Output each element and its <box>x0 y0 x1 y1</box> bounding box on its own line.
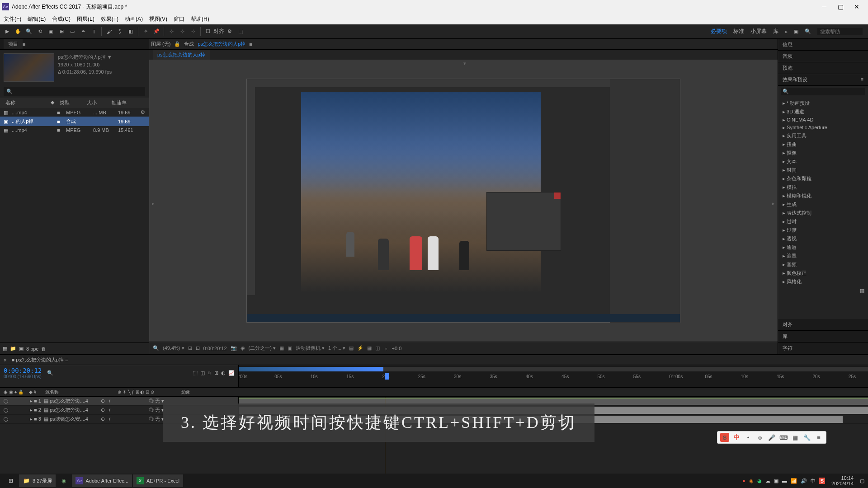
project-search[interactable]: 🔍 <box>4 87 145 96</box>
composition-viewer[interactable]: ▸ ▸ ▾ <box>149 60 778 342</box>
tray-clock[interactable]: 10:14 2020/4/14 <box>829 475 856 486</box>
camera-tool[interactable]: ▣ <box>46 27 56 37</box>
layer-tab[interactable]: 图层 (无) <box>151 41 170 47</box>
view-axis-icon[interactable]: ⊹ <box>188 27 198 37</box>
ime-logo-icon[interactable]: S <box>720 433 729 442</box>
ime-keyboard-icon[interactable]: ⌨ <box>779 433 788 442</box>
ime-settings-icon[interactable]: ≡ <box>814 433 823 442</box>
interpret-icon[interactable]: ▦ <box>3 346 7 352</box>
ime-toolbar[interactable]: S 中 • ☺ 🎤 ⌨ ▦ 🔧 ≡ <box>717 431 826 444</box>
exposure-value[interactable]: +0.0 <box>392 346 402 351</box>
selection-tool[interactable]: ▶ <box>2 27 12 37</box>
brush-tool[interactable]: 🖌 <box>104 27 114 37</box>
text-tool[interactable]: T <box>89 27 99 37</box>
effect-category[interactable]: ▸ 模糊和锐化 <box>778 192 868 200</box>
tray-notifications-icon[interactable]: ▢ <box>860 478 864 484</box>
snap-options-icon[interactable]: ⚙ <box>225 27 235 37</box>
workspace-standard[interactable]: 标准 <box>733 28 744 35</box>
tray-cloud-icon[interactable]: ☁ <box>765 478 770 484</box>
workspace-more-icon[interactable]: » <box>785 29 788 34</box>
effect-category[interactable]: ▸ 生成 <box>778 200 868 209</box>
tray-volume-icon[interactable]: 🔊 <box>801 478 807 484</box>
ime-voice-icon[interactable]: 🎤 <box>767 433 776 442</box>
pan-behind-tool[interactable]: ⊞ <box>57 27 66 37</box>
workspace-small[interactable]: 小屏幕 <box>750 28 767 35</box>
render-queue-icon[interactable]: × <box>4 357 6 363</box>
clone-tool[interactable]: ⟆ <box>115 27 125 37</box>
tray-ime-lang[interactable]: 中 <box>811 478 816 484</box>
start-button[interactable]: ⊞ <box>4 474 18 487</box>
channel-icon[interactable]: ◉ <box>241 345 245 351</box>
comp-mini-flowchart-icon[interactable]: ⬚ <box>193 370 198 376</box>
tray-monitor-icon[interactable]: ▣ <box>774 478 778 484</box>
roto-tool[interactable]: ✧ <box>141 27 151 37</box>
effects-panel-tab[interactable]: 效果和预设≡ <box>778 74 868 86</box>
close-button[interactable]: ✕ <box>853 3 861 11</box>
character-panel-tab[interactable]: 字符 <box>778 343 868 354</box>
timeline-icon[interactable]: ▦ <box>367 345 372 351</box>
resolution-icon[interactable]: ⊞ <box>188 345 192 351</box>
new-comp-icon[interactable]: ▣ <box>19 346 24 352</box>
lock-icon[interactable]: 🔒 <box>174 41 180 47</box>
effect-category[interactable]: ▸ 抠像 <box>778 149 868 157</box>
effect-category[interactable]: ▸ 文本 <box>778 157 868 166</box>
effect-category[interactable]: ▸ 过渡 <box>778 226 868 235</box>
magnify-icon[interactable]: 🔍 <box>153 345 159 351</box>
effect-category[interactable]: ▸ 颜色校正 <box>778 269 868 277</box>
menu-animation[interactable]: 动画(A) <box>125 15 143 23</box>
ime-skin-icon[interactable]: ▦ <box>791 433 800 442</box>
snap-edge-icon[interactable]: ⬚ <box>236 27 245 37</box>
effect-category[interactable]: ▸ * 动画预设 <box>778 99 868 108</box>
align-panel-tab[interactable]: 对齐 <box>778 319 868 331</box>
tray-app-icon[interactable]: ◉ <box>749 478 754 484</box>
shy-icon[interactable]: ≋ <box>208 370 212 376</box>
taskbar-explorer[interactable]: 📁3.27录屏 <box>19 474 56 487</box>
maximize-button[interactable]: ▢ <box>836 3 844 11</box>
tray-wechat-icon[interactable]: ◕ <box>757 478 762 484</box>
ime-punct-icon[interactable]: • <box>744 433 753 442</box>
menu-help[interactable]: 帮助(H) <box>191 15 209 23</box>
bpc-toggle[interactable]: 8 bpc <box>26 346 38 352</box>
composition-thumbnail[interactable] <box>4 53 54 82</box>
effect-category[interactable]: ▸ 透视 <box>778 235 868 243</box>
transparency-icon[interactable]: ▦ <box>279 345 284 351</box>
tray-network-icon[interactable]: 📶 <box>791 478 797 484</box>
comp-tab-name[interactable]: ps怎么把旁边的人p掉 <box>198 41 245 47</box>
flowchart-icon[interactable]: ◫ <box>375 345 380 351</box>
snapshot-icon[interactable]: 📷 <box>231 345 237 351</box>
project-item[interactable]: ▦ ....mp4 ■ MPEG ... MB 19.69 ⚙ <box>0 108 149 117</box>
grid-icon[interactable]: ⊡ <box>196 345 200 351</box>
new-folder-icon[interactable]: 📁 <box>10 346 16 352</box>
effect-category[interactable]: ▸ 表达式控制 <box>778 209 868 217</box>
pixel-aspect-icon[interactable]: ▤ <box>349 345 354 351</box>
effects-search[interactable]: 🔍 <box>781 88 865 95</box>
exposure-reset-icon[interactable]: ☼ <box>383 346 388 351</box>
minimize-button[interactable]: ─ <box>820 3 828 11</box>
world-axis-icon[interactable]: ⊹ <box>177 27 187 37</box>
menu-edit[interactable]: 编辑(E) <box>28 15 46 23</box>
time-ruler[interactable]: :00s 05s 10s 15s 20s 25s 30s 35s 40s 45s… <box>239 365 868 387</box>
info-panel-tab[interactable]: 信息 <box>778 39 868 51</box>
workspace-library[interactable]: 库 <box>773 28 778 35</box>
effect-category[interactable]: ▸ 音频 <box>778 260 868 269</box>
snap-checkbox[interactable]: ☐ <box>203 27 213 37</box>
ime-emoji-icon[interactable]: ☺ <box>755 433 764 442</box>
frame-blend-icon[interactable]: ⊞ <box>214 370 218 376</box>
source-name-header[interactable]: 源名称 <box>45 389 118 395</box>
effect-category[interactable]: ▸ 遮罩 <box>778 252 868 260</box>
menu-layer[interactable]: 图层(L) <box>77 15 94 23</box>
graph-editor-icon[interactable]: 📈 <box>228 370 235 376</box>
zoom-tool[interactable]: 🔍 <box>24 27 34 37</box>
views-dropdown[interactable]: 1 个... ▾ <box>328 345 345 352</box>
library-panel-tab[interactable]: 库 <box>778 331 868 343</box>
ime-tools-icon[interactable]: 🔧 <box>802 433 811 442</box>
shape-tool[interactable]: ▭ <box>67 27 77 37</box>
playhead[interactable] <box>385 373 389 380</box>
effect-category[interactable]: ▸ 扭曲 <box>778 140 868 149</box>
effect-category[interactable]: ▸ Synthetic Aperture <box>778 124 868 131</box>
time-display[interactable]: 0:00:20:12 <box>203 346 227 351</box>
effects-apply-icon[interactable]: ▦ <box>778 286 868 296</box>
effect-category[interactable]: ▸ 杂色和颗粒 <box>778 174 868 183</box>
help-search-input[interactable] <box>817 28 863 35</box>
menu-view[interactable]: 视图(V) <box>149 15 167 23</box>
